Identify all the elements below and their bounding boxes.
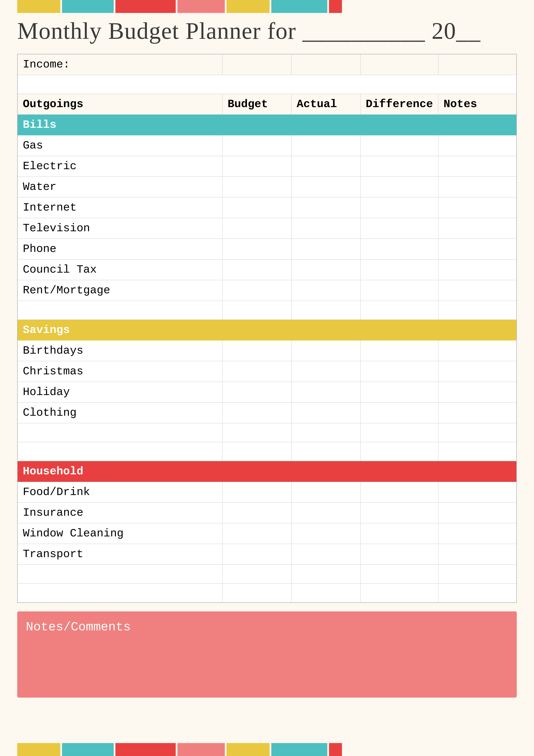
electric-budget	[222, 156, 292, 177]
row-water: Water	[17, 177, 517, 198]
christmas-budget	[222, 361, 292, 382]
empty-bot1-2	[222, 565, 292, 583]
electric-actual	[291, 156, 361, 177]
water-actual	[291, 177, 361, 198]
gas-actual	[291, 135, 361, 156]
christmas-difference	[361, 361, 438, 382]
food-drink-notes	[438, 482, 517, 502]
row-christmas: Christmas	[17, 361, 517, 382]
household-label: Household	[17, 461, 517, 482]
label-internet: Internet	[17, 198, 222, 218]
council-tax-budget	[222, 259, 292, 280]
label-holiday: Holiday	[17, 382, 222, 403]
empty-sav2-5	[438, 442, 517, 461]
label-gas: Gas	[17, 135, 222, 156]
label-food-drink: Food/Drink	[17, 482, 222, 502]
holiday-notes	[438, 382, 517, 403]
empty-row-bottom-1	[17, 565, 517, 583]
empty-sav1-5	[438, 423, 517, 442]
label-window-cleaning: Window Cleaning	[17, 523, 222, 544]
bar-pink-top	[177, 0, 225, 13]
food-drink-budget	[222, 482, 292, 502]
clothing-actual	[291, 403, 361, 423]
electric-notes	[438, 156, 517, 177]
council-tax-actual	[291, 259, 361, 280]
row-gas: Gas	[17, 135, 517, 156]
holiday-actual	[291, 382, 361, 403]
row-phone: Phone	[17, 239, 517, 259]
empty-bot2-5	[438, 583, 517, 603]
insurance-notes	[438, 502, 517, 523]
window-cleaning-actual	[291, 523, 361, 544]
column-headers: Outgoings Budget Actual Difference Notes	[17, 94, 517, 115]
empty-row-1	[17, 75, 517, 94]
row-birthdays: Birthdays	[17, 340, 517, 361]
savings-label: Savings	[17, 320, 517, 340]
header-actual: Actual	[291, 94, 361, 115]
television-difference	[361, 218, 438, 239]
bar-red2-bottom	[329, 743, 342, 756]
empty-bills-5	[438, 301, 517, 320]
label-christmas: Christmas	[17, 361, 222, 382]
empty-sav1-1	[17, 423, 222, 442]
window-cleaning-difference	[361, 523, 438, 544]
holiday-budget	[222, 382, 292, 403]
council-tax-difference	[361, 259, 438, 280]
row-holiday: Holiday	[17, 382, 517, 403]
empty-bills-1	[17, 301, 222, 320]
insurance-difference	[361, 502, 438, 523]
label-water: Water	[17, 177, 222, 198]
empty-bills-3	[291, 301, 361, 320]
empty-bot1-3	[291, 565, 361, 583]
phone-budget	[222, 239, 292, 259]
food-drink-difference	[361, 482, 438, 502]
notes-title: Notes/Comments	[26, 620, 508, 634]
header-budget: Budget	[222, 94, 292, 115]
empty-bot2-4	[361, 583, 438, 603]
internet-budget	[222, 198, 292, 218]
birthdays-difference	[361, 340, 438, 361]
empty-row-bills	[17, 301, 517, 320]
bar-teal-top	[62, 0, 114, 13]
gas-budget	[222, 135, 292, 156]
row-window-cleaning: Window Cleaning	[17, 523, 517, 544]
header-outgoings: Outgoings	[17, 94, 222, 115]
rent-mortgage-notes	[438, 280, 517, 301]
row-insurance: Insurance	[17, 502, 517, 523]
empty-row-savings-2	[17, 442, 517, 461]
television-actual	[291, 218, 361, 239]
row-internet: Internet	[17, 198, 517, 218]
water-budget	[222, 177, 292, 198]
gas-notes	[438, 135, 517, 156]
bar-red-top	[115, 0, 176, 13]
empty-sav2-3	[291, 442, 361, 461]
christmas-actual	[291, 361, 361, 382]
income-row: Income:	[17, 54, 517, 75]
television-budget	[222, 218, 292, 239]
bills-label: Bills	[17, 115, 517, 135]
label-clothing: Clothing	[17, 403, 222, 423]
row-television: Television	[17, 218, 517, 239]
birthdays-notes	[438, 340, 517, 361]
water-difference	[361, 177, 438, 198]
label-birthdays: Birthdays	[17, 340, 222, 361]
transport-difference	[361, 544, 438, 565]
council-tax-notes	[438, 259, 517, 280]
row-council-tax: Council Tax	[17, 259, 517, 280]
bar-teal2-top	[271, 0, 327, 13]
empty-bot1-5	[438, 565, 517, 583]
transport-budget	[222, 544, 292, 565]
label-electric: Electric	[17, 156, 222, 177]
empty-bot1-1	[17, 565, 222, 583]
clothing-notes	[438, 403, 517, 423]
row-rent-mortgage: Rent/Mortgage	[17, 280, 517, 301]
income-difference	[361, 54, 438, 75]
empty-sav1-2	[222, 423, 292, 442]
section-bills-header: Bills	[17, 115, 517, 135]
television-notes	[438, 218, 517, 239]
label-phone: Phone	[17, 239, 222, 259]
phone-difference	[361, 239, 438, 259]
empty-row-bottom-2	[17, 583, 517, 603]
bar-yellow-top	[17, 0, 60, 13]
insurance-actual	[291, 502, 361, 523]
